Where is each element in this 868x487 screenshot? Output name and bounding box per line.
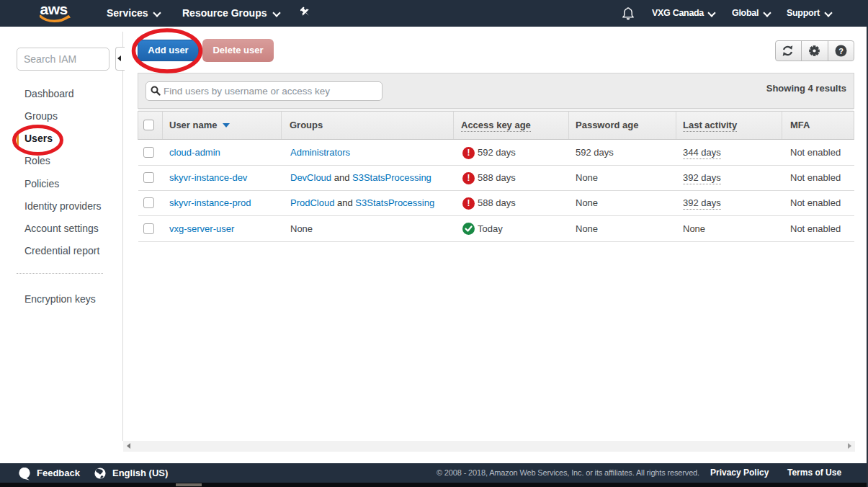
svg-text:?: ? bbox=[838, 47, 844, 55]
svg-text:aws: aws bbox=[40, 2, 68, 17]
